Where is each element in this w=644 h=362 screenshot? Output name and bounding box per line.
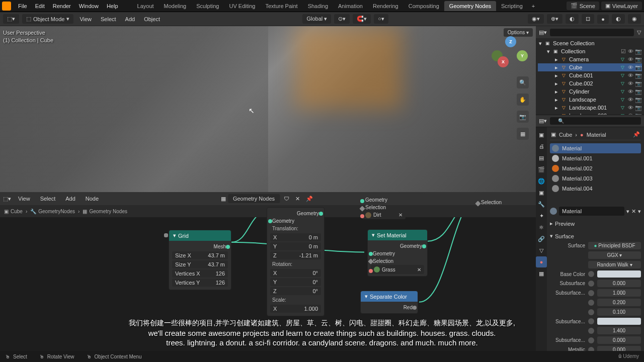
tree-item-cube[interactable]: ▸▽Cube▽👁📷 <box>538 63 642 71</box>
tab-rendering[interactable]: Rendering <box>368 1 404 11</box>
scale-x[interactable]: X1.000 <box>270 305 321 313</box>
render-icon[interactable]: 📷 <box>635 72 641 78</box>
tab-sculpting[interactable]: Sculpting <box>191 1 224 11</box>
tree-item-cube-001[interactable]: ▸▽Cube.001▽👁📷 <box>538 71 642 79</box>
collapse-icon[interactable]: ▾ <box>547 48 550 55</box>
expand-icon[interactable]: ▸ <box>555 64 558 71</box>
tab-scripting[interactable]: Scripting <box>496 1 528 11</box>
keyframe-dot[interactable] <box>588 337 594 343</box>
material-property[interactable]: 0.200 <box>550 298 641 307</box>
outliner[interactable]: ▤▾ ▽ ▾ ▣ Scene Collection ▾ ▣ Collection… <box>536 26 644 115</box>
perspective-toggle-icon[interactable]: ▦ <box>517 128 529 140</box>
expand-icon[interactable]: ▸ <box>555 80 558 87</box>
shader-dropdown[interactable]: ● Principled BSDF <box>588 242 641 249</box>
material-property[interactable]: Subsurface...1.000 <box>550 288 641 298</box>
expand-icon[interactable]: ▸ <box>555 72 558 79</box>
tree-item-landscape-001[interactable]: ▸▽Landscape.001▽👁📷 <box>538 104 642 112</box>
shield-icon[interactable]: 🛡 <box>282 196 291 202</box>
xray-toggle[interactable]: ◐ <box>566 14 579 24</box>
render-icon[interactable]: 📷 <box>635 48 641 54</box>
close-icon[interactable]: ✕ <box>417 267 421 273</box>
material-property[interactable]: Subsurface... <box>550 317 641 326</box>
blender-logo[interactable] <box>2 2 11 11</box>
rot-z[interactable]: Z0° <box>270 287 321 295</box>
scene-selector[interactable]: 🎬 Scene <box>567 2 599 10</box>
keyframe-dot[interactable] <box>588 271 594 277</box>
pin-icon[interactable]: 📌 <box>633 131 640 138</box>
properties-search[interactable] <box>550 117 641 125</box>
checkbox-icon[interactable]: ☑ <box>621 48 627 54</box>
tab-mesh-icon[interactable]: ▽ <box>536 245 547 256</box>
view-menu[interactable]: View <box>76 15 95 24</box>
trans-z[interactable]: Z-1.21 m <box>270 251 321 259</box>
expand-icon[interactable]: ▸ <box>555 88 558 95</box>
material-name-input[interactable]: Material <box>559 207 624 216</box>
axis-x[interactable]: X <box>498 56 509 67</box>
tab-texture-icon[interactable]: ▦ <box>536 268 547 279</box>
material-slot[interactable]: Material.004 <box>550 184 641 194</box>
menu-window[interactable]: Window <box>75 1 103 11</box>
menu-help[interactable]: Help <box>103 1 122 11</box>
render-icon[interactable]: 📷 <box>635 88 641 95</box>
node-tree-name[interactable]: Geometry Nodes <box>228 194 280 203</box>
proportional-edit[interactable]: ○▾ <box>374 14 388 24</box>
geometry-node-editor[interactable]: ⬚▾ View Select Add Node ▦ Geometry Nodes… <box>0 192 536 362</box>
grid-size-x[interactable]: Size X43.7 m <box>172 251 228 259</box>
filter-icon[interactable]: ▽ <box>637 29 641 36</box>
tab-render-icon[interactable]: ▣ <box>536 129 547 140</box>
menu-file[interactable]: File <box>14 1 31 11</box>
collapse-icon[interactable]: ▾ <box>365 293 368 300</box>
select-menu[interactable]: Select <box>98 15 119 24</box>
camera-view-icon[interactable]: 📷 <box>517 111 529 123</box>
crumb-modifier[interactable]: 🔧 GeometryNodes <box>30 209 75 214</box>
node-set-material[interactable]: ▾Set Material Geometry Geometry Selectio… <box>367 229 428 277</box>
expand-icon[interactable]: ▸ <box>555 105 558 111</box>
zoom-icon[interactable]: 🔍 <box>517 76 529 88</box>
material-property[interactable]: Subsurface...0.000 <box>550 335 641 345</box>
shading-rendered[interactable]: ◉ <box>628 14 641 24</box>
keyframe-dot[interactable] <box>588 300 594 306</box>
object-menu[interactable]: Object <box>141 15 163 24</box>
grid-size-y[interactable]: Size Y43.7 m <box>172 260 228 268</box>
trans-x[interactable]: X0 m <box>270 233 321 241</box>
material-property[interactable]: 1.400 <box>550 326 641 335</box>
add-menu[interactable]: Add <box>122 15 138 24</box>
shading-material[interactable]: ◐ <box>612 14 625 24</box>
orientation-dropdown[interactable]: Global ▾ <box>302 14 331 24</box>
keyframe-dot[interactable] <box>588 328 594 334</box>
tab-uv-editing[interactable]: UV Editing <box>224 1 260 11</box>
tab-shading[interactable]: Shading <box>303 1 333 11</box>
tab-animation[interactable]: Animation <box>333 1 368 11</box>
render-icon[interactable]: 📷 <box>635 80 641 86</box>
node-editor-type[interactable]: ⬚▾ <box>3 196 11 202</box>
tab-geometry-nodes[interactable]: Geometry Nodes <box>444 1 496 11</box>
tab-world-icon[interactable]: 🌐 <box>536 175 547 187</box>
collapse-icon[interactable]: ▾ <box>173 232 176 239</box>
keyframe-dot[interactable] <box>588 318 594 324</box>
tab-scene-icon[interactable]: 🎬 <box>536 164 547 175</box>
tree-scene-collection[interactable]: ▾ ▣ Scene Collection <box>538 39 642 47</box>
tree-item-camera[interactable]: ▸▽Camera▽👁📷 <box>538 55 642 63</box>
browse-icon[interactable]: ▾ <box>626 208 629 215</box>
surface-section[interactable]: ▾Surface <box>550 231 641 241</box>
eye-icon[interactable]: 👁 <box>628 113 634 115</box>
render-icon[interactable]: 📷 <box>635 97 641 103</box>
menu-edit[interactable]: Edit <box>31 1 49 11</box>
navigation-gizmo[interactable]: Z Y X <box>496 36 526 66</box>
ne-node-menu[interactable]: Node <box>83 194 102 203</box>
keyframe-dot[interactable] <box>588 290 594 296</box>
tab-constraint-icon[interactable]: 🔗 <box>536 233 547 244</box>
crumb-tree[interactable]: ▦ Geometry Nodes <box>83 209 127 214</box>
trans-y[interactable]: Y0 m <box>270 242 321 250</box>
tab-particles-icon[interactable]: ✦ <box>536 210 547 221</box>
3d-viewport[interactable]: User Perspective (1) Collection | Cube O… <box>0 26 536 192</box>
tab-add-button[interactable]: + <box>528 1 539 11</box>
eye-icon[interactable]: 👁 <box>628 56 634 62</box>
collapse-icon[interactable]: ▾ <box>539 40 542 47</box>
material-slot[interactable]: Material.002 <box>550 163 641 173</box>
tab-texture-paint[interactable]: Texture Paint <box>260 1 302 11</box>
crumb-object[interactable]: ▣ Cube <box>4 209 23 214</box>
tab-modifier-icon[interactable]: 🔧 <box>536 199 547 210</box>
tab-viewlayer-icon[interactable]: ▤ <box>536 152 547 163</box>
expand-icon[interactable]: ▸ <box>555 97 558 103</box>
